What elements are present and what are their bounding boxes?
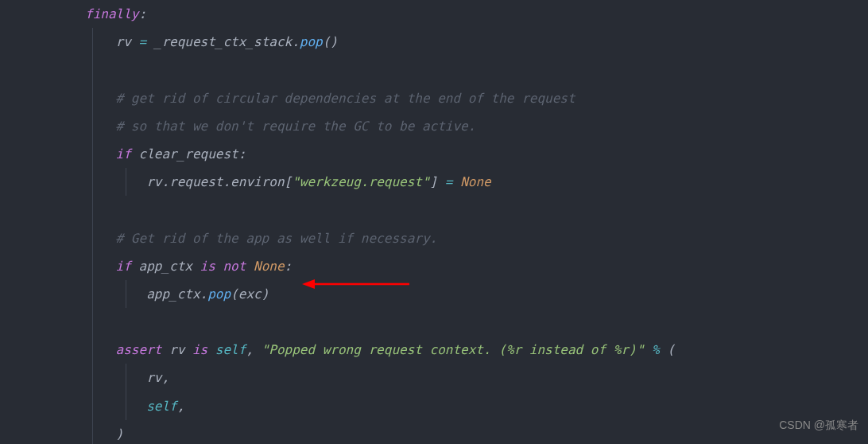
indent-guide <box>92 56 93 84</box>
code-token: # so that we don't require the GC to be … <box>116 119 476 134</box>
code-token: pop <box>207 286 231 302</box>
code-line: rv, <box>24 364 868 391</box>
code-token: rv <box>146 370 161 385</box>
code-token: . <box>292 34 300 49</box>
code-line: self, <box>24 392 868 420</box>
code-token: clear_request <box>131 146 238 162</box>
code-token: , <box>161 370 169 385</box>
code-line: if app_ctx is not None: <box>24 252 868 280</box>
indent-guide <box>126 392 126 420</box>
code-token: = <box>445 174 453 189</box>
code-token: is <box>192 342 207 357</box>
code-token: . <box>223 174 231 189</box>
indent-guide <box>92 168 93 196</box>
code-token: finally <box>85 6 138 21</box>
indent-guide <box>92 28 93 56</box>
indent-guide <box>92 84 93 112</box>
code-token: None <box>254 259 285 274</box>
code-token: "Popped wrong request context. (%r inste… <box>262 342 645 357</box>
code-line: app_ctx.pop(exc) <box>24 280 868 308</box>
code-line: assert rv is self, "Popped wrong request… <box>24 336 868 364</box>
code-token: pop <box>300 34 323 49</box>
code-line: rv = _request_ctx_stack.pop() <box>24 28 868 56</box>
code-token: _request_ctx_stack <box>146 34 292 49</box>
code-token: = <box>139 34 147 49</box>
indent-guide <box>92 336 93 364</box>
code-token: rv <box>146 174 161 189</box>
code-token: : <box>238 146 246 162</box>
indent-guide <box>92 280 93 308</box>
indent-guide <box>92 224 93 252</box>
code-token: app_ctx <box>146 286 200 302</box>
indent-guide <box>92 196 93 224</box>
indent-guide <box>92 420 93 444</box>
code-token: ) <box>116 426 124 442</box>
code-token: "werkzeug.request" <box>292 174 429 189</box>
code-line: # Get rid of the app as well if necessar… <box>24 224 868 252</box>
code-token: () <box>323 34 338 49</box>
watermark-text: CSDN @孤寒者 <box>779 413 858 438</box>
code-editor: finally: rv = _request_ctx_stack.pop() #… <box>0 0 868 444</box>
code-token: exc <box>238 286 262 302</box>
code-token: None <box>460 174 491 189</box>
code-line: if clear_request: <box>24 140 868 168</box>
code-token <box>207 342 215 357</box>
code-token: rv <box>161 342 192 357</box>
code-token: not <box>223 259 246 274</box>
indent-guide <box>92 308 93 336</box>
code-token: environ <box>231 174 284 189</box>
code-token: : <box>285 259 293 274</box>
code-token: if <box>116 146 131 162</box>
code-token <box>644 342 652 357</box>
code-token: % <box>652 342 660 357</box>
code-line: # so that we don't require the GC to be … <box>24 112 868 140</box>
code-token <box>437 174 445 189</box>
code-token: , <box>246 342 261 357</box>
code-token <box>453 174 461 189</box>
code-token: ( <box>660 342 675 357</box>
code-token: [ <box>285 174 293 189</box>
indent-guide <box>92 364 93 391</box>
code-line <box>24 196 868 224</box>
code-token: if <box>116 259 131 274</box>
code-token: ) <box>262 286 269 302</box>
code-token: rv <box>116 34 139 49</box>
code-line: # get rid of circular dependencies at th… <box>24 84 868 112</box>
code-token: is <box>200 259 215 274</box>
indent-guide <box>92 392 93 420</box>
indent-guide <box>92 112 93 140</box>
code-token: : <box>139 6 147 21</box>
code-token <box>246 259 254 274</box>
code-token: . <box>161 174 169 189</box>
code-line <box>24 308 868 336</box>
indent-guide <box>126 168 126 196</box>
code-token: self <box>215 342 246 357</box>
code-line <box>24 56 868 84</box>
indent-guide <box>126 364 126 391</box>
code-token: , <box>177 399 185 414</box>
code-token: ] <box>430 174 438 189</box>
code-line: finally: <box>24 0 868 28</box>
code-token: self <box>146 399 177 414</box>
code-token: # get rid of circular dependencies at th… <box>116 91 575 106</box>
code-token: request <box>169 174 223 189</box>
code-token: . <box>200 286 208 302</box>
code-token: ( <box>231 286 238 302</box>
code-token: app_ctx <box>131 259 200 274</box>
code-line: ) <box>24 420 868 444</box>
indent-guide <box>92 140 93 168</box>
code-token: # Get rid of the app as well if necessar… <box>116 231 438 246</box>
code-line: rv.request.environ["werkzeug.request"] =… <box>24 168 868 196</box>
indent-guide <box>126 280 126 308</box>
code-token: assert <box>116 342 162 357</box>
indent-guide <box>92 252 93 280</box>
